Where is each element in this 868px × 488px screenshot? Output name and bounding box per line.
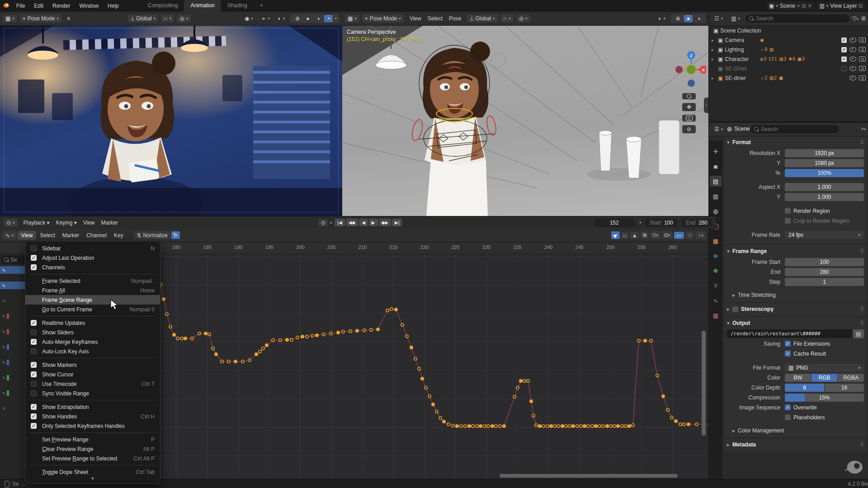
keyframe-point[interactable] bbox=[349, 330, 352, 333]
toggle-rgb[interactable]: RGB bbox=[811, 374, 838, 382]
mode-selector[interactable]: ⌖Pose Mode▾ bbox=[20, 14, 61, 23]
keyframe-point[interactable] bbox=[265, 344, 268, 347]
disclosure-icon[interactable]: ▸ bbox=[712, 57, 716, 61]
overlays-dropdown[interactable]: ◐▾ bbox=[656, 14, 668, 23]
prop-checkbox-row[interactable]: Placeholders bbox=[785, 414, 825, 421]
shading-rendered-icon[interactable]: ◔ bbox=[324, 15, 333, 22]
keyframe-point[interactable] bbox=[255, 353, 258, 356]
keyframe-point[interactable] bbox=[503, 425, 505, 427]
prop-field-step[interactable]: 1 bbox=[785, 278, 864, 286]
keyframe-point[interactable] bbox=[499, 425, 501, 427]
menu-item-frame-selected[interactable]: Frame SelectedNumpad . bbox=[25, 276, 160, 286]
checkbox[interactable] bbox=[785, 218, 791, 224]
keyframe-point[interactable] bbox=[476, 425, 478, 427]
viewport-render[interactable]: ▦▾ ⌖Pose Mode▾ ≡ ⟂ Global▾ ∩▾ ◎▾ ◉▾ ➢▾ ◐… bbox=[0, 12, 342, 216]
keyframe-point[interactable] bbox=[208, 333, 211, 336]
render-canvas[interactable] bbox=[0, 25, 342, 216]
keyframe-point[interactable] bbox=[386, 309, 389, 312]
auto-keying-record-icon[interactable]: ⊙ bbox=[318, 219, 328, 227]
panel-header[interactable]: ▾Output⠿ bbox=[727, 319, 864, 328]
keyframe-point[interactable] bbox=[561, 425, 564, 427]
prop-field-y[interactable]: 1080 px bbox=[785, 159, 864, 167]
keyframe-point[interactable] bbox=[580, 425, 582, 427]
shading-material-icon[interactable]: ◑ bbox=[314, 15, 322, 22]
keyframe-point[interactable] bbox=[272, 339, 274, 342]
checkbox[interactable] bbox=[785, 414, 791, 420]
jump-start-button[interactable]: |◀ bbox=[335, 219, 344, 226]
display-mode-icon[interactable]: ☷▾ bbox=[712, 14, 726, 23]
error-warning-icon[interactable]: ▲ bbox=[630, 232, 639, 239]
keyframe-point[interactable] bbox=[401, 324, 404, 326]
overlays-dropdown[interactable]: ◐▾ bbox=[275, 14, 288, 23]
toggle-rgba[interactable]: RGBA bbox=[838, 374, 864, 382]
play-reverse-button[interactable]: ◀ bbox=[359, 219, 368, 226]
keyframe-point[interactable] bbox=[617, 425, 619, 427]
channel-list[interactable]: Se ∿∿∿∿∿∿∿∿∿∿ bbox=[0, 253, 28, 479]
disclosure-icon[interactable]: ▸ bbox=[712, 76, 716, 80]
mode-selector[interactable]: ⌖Pose Mode▾ bbox=[362, 14, 404, 23]
keyframe-point[interactable] bbox=[656, 374, 659, 377]
keyframe-point[interactable] bbox=[262, 347, 264, 350]
jump-end-button[interactable]: ▶| bbox=[392, 219, 402, 226]
graph-menu-view[interactable]: View bbox=[18, 231, 37, 240]
prop-checkbox-row[interactable]: ✓Cache Result bbox=[785, 351, 826, 357]
exclude-checkbox[interactable]: ✓ bbox=[841, 38, 847, 43]
render-visibility-icon[interactable] bbox=[859, 56, 866, 61]
keyframe-point[interactable] bbox=[695, 423, 698, 426]
outliner-row-se-diner[interactable]: ▣SE-Diner bbox=[709, 64, 868, 73]
visibility-dropdown[interactable]: ◉▾ bbox=[242, 14, 256, 23]
keyframe-point[interactable] bbox=[568, 425, 571, 427]
outliner-row-character[interactable]: ▸▣Characterψ3 151 ▨3 ✚6 ▣3✓ bbox=[709, 54, 868, 64]
view-layer-selector[interactable]: ▥▾ View Layer ⧉ bbox=[816, 2, 865, 10]
keyframe-point[interactable] bbox=[296, 336, 299, 339]
prop-checkbox-row[interactable]: ✓File Extensions bbox=[785, 341, 830, 347]
zoom-icon[interactable] bbox=[682, 93, 696, 99]
keyframe-point[interactable] bbox=[165, 313, 168, 315]
keyframe-point[interactable] bbox=[557, 425, 560, 427]
shading-material-icon[interactable]: ◑ bbox=[694, 15, 703, 22]
panel-checkbox[interactable] bbox=[732, 306, 738, 312]
checkbox[interactable]: ✓ bbox=[785, 341, 791, 347]
graph-menu-marker[interactable]: Marker bbox=[59, 231, 83, 240]
scene-selector[interactable]: ▣▾ Scene ⌖ ⧉ ✕ bbox=[766, 2, 815, 10]
prop-select[interactable]: 24 fps▾ bbox=[785, 231, 864, 239]
properties-tab-1[interactable]: ◙ bbox=[710, 161, 722, 172]
prop-checkbox-row[interactable]: ✓Overwrite bbox=[785, 404, 816, 411]
exclude-checkbox[interactable]: ✓ bbox=[841, 56, 847, 62]
output-path-field[interactable]: /render\rain\restaurant\###### bbox=[727, 329, 852, 338]
keyframe-point[interactable] bbox=[670, 416, 673, 419]
keyframe-point[interactable] bbox=[286, 338, 288, 341]
menu-item-go-to-current-frame[interactable]: Go to Current FrameNumpad 0 bbox=[25, 305, 160, 314]
toggle-16[interactable]: 16 bbox=[825, 384, 864, 392]
keyframe-point[interactable] bbox=[306, 335, 308, 338]
prop-slider[interactable]: 100% bbox=[785, 169, 864, 177]
hide-eye-icon[interactable] bbox=[849, 47, 856, 52]
keyframe-point[interactable] bbox=[460, 425, 462, 427]
keyframe-point[interactable] bbox=[169, 325, 172, 328]
viewport-menu-pose[interactable]: Pose bbox=[446, 14, 464, 23]
keyframe-point[interactable] bbox=[162, 298, 165, 300]
keyframe-point[interactable] bbox=[406, 335, 408, 338]
viewport-menu-view[interactable]: View bbox=[406, 14, 425, 23]
keyframe-point[interactable] bbox=[418, 367, 420, 370]
keyframe-point[interactable] bbox=[248, 359, 251, 361]
viewport-pose[interactable]: ▦▾ ⌖Pose Mode▾ ViewSelectPose ⟂ Global▾ … bbox=[342, 12, 708, 216]
keyframe-point[interactable] bbox=[632, 424, 634, 427]
keyframe-point[interactable] bbox=[491, 425, 494, 427]
sidebar-toggle-arrow[interactable]: ‹ bbox=[704, 98, 708, 113]
keyframe-point[interactable] bbox=[337, 331, 340, 334]
render-visibility-icon[interactable] bbox=[859, 38, 866, 42]
close-icon[interactable]: ✕ bbox=[807, 3, 812, 9]
keyframe-point[interactable] bbox=[479, 425, 482, 427]
prop-field-y[interactable]: 1.000 bbox=[785, 193, 864, 201]
keyframe-point[interactable] bbox=[637, 339, 640, 342]
keyframe-point[interactable] bbox=[565, 425, 567, 427]
scene-collection-row[interactable]: ▣ Scene Collection bbox=[709, 26, 868, 35]
keyframe-point[interactable] bbox=[421, 377, 424, 380]
keyframe-point[interactable] bbox=[583, 425, 586, 427]
keyframe-point[interactable] bbox=[395, 308, 397, 311]
render-visibility-icon[interactable] bbox=[859, 66, 866, 71]
menu-item-set-preview-range[interactable]: Set Preview RangeP bbox=[25, 435, 160, 444]
tweak-tool-icon[interactable]: ▶ bbox=[611, 231, 619, 239]
keyframe-point[interactable] bbox=[279, 339, 282, 342]
